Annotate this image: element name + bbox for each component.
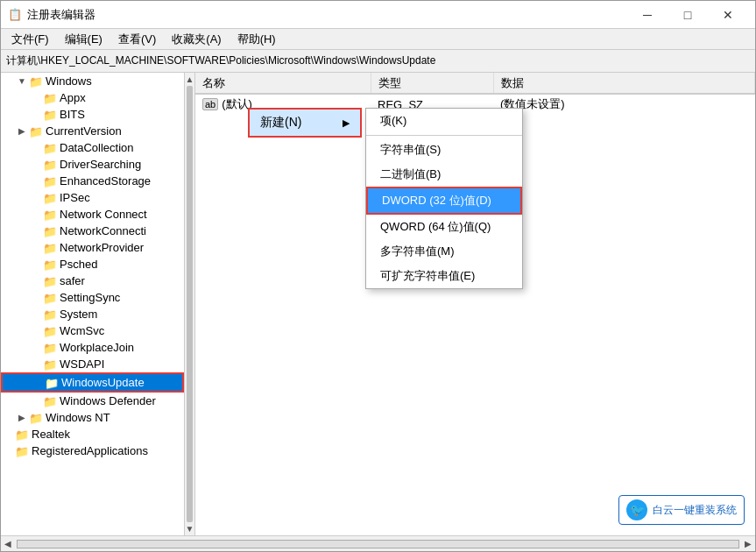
folder-icon xyxy=(43,342,57,354)
reg-name-icon: ab (默认) xyxy=(202,96,252,112)
folder-icon xyxy=(43,142,57,154)
registry-editor-window: 📋 注册表编辑器 ─ □ ✕ 文件(F) 编辑(E) 查看(V) 收藏夹(A) … xyxy=(0,0,756,552)
tree-item-windowsupdate[interactable]: WindowsUpdate xyxy=(1,372,184,393)
tree-label: WorkplaceJoin xyxy=(60,341,184,354)
tree-item-datacollection[interactable]: DataCollection xyxy=(1,139,184,156)
tree-item-bits[interactable]: BITS xyxy=(1,106,184,123)
tree-item-wcmsvc[interactable]: WcmSvc xyxy=(1,322,184,339)
tree-item-registeredapplications[interactable]: RegisteredApplications xyxy=(1,442,184,459)
tree-item-appx[interactable]: Appx xyxy=(1,89,184,106)
tree-item-system[interactable]: System xyxy=(1,306,184,322)
tree-item-networkconnecti[interactable]: NetworkConnecti xyxy=(1,223,184,239)
minimize-button[interactable]: ─ xyxy=(627,1,668,29)
scroll-up-icon[interactable]: ▲ xyxy=(185,74,194,84)
tree-item-safer[interactable]: safer xyxy=(1,272,184,289)
menu-help[interactable]: 帮助(H) xyxy=(230,30,283,49)
tree-arrow: ▶ xyxy=(15,126,29,136)
tree-label: WcmSvc xyxy=(60,324,184,337)
col-name: 名称 xyxy=(195,73,371,94)
tree-label: NetworkProvider xyxy=(60,241,184,254)
ctx-item-xiang[interactable]: 项(K) xyxy=(366,109,522,133)
folder-icon xyxy=(15,445,29,457)
tree-item-realtek[interactable]: Realtek xyxy=(1,426,184,442)
title-bar: 📋 注册表编辑器 ─ □ ✕ xyxy=(1,1,755,29)
tree-label: Windows NT xyxy=(46,411,184,424)
tree-label: Realtek xyxy=(32,428,184,441)
tree-label: Psched xyxy=(60,258,184,271)
tree-item-currentversion[interactable]: ▶ CurrentVersion xyxy=(1,123,184,139)
maximize-button[interactable]: □ xyxy=(668,1,708,29)
ctx-item-expandstring[interactable]: 可扩充字符串值(E) xyxy=(366,264,522,288)
new-menu-button[interactable]: 新建(N) ▶ xyxy=(248,108,362,138)
tree-item-windows[interactable]: ▼ Windows xyxy=(1,73,184,89)
tree-label: NetworkConnecti xyxy=(60,224,184,237)
tree-label: Appx xyxy=(60,91,184,104)
tree-label: RegisteredApplications xyxy=(32,444,184,457)
folder-icon xyxy=(43,358,57,371)
tree-label: Network Connect xyxy=(60,208,184,221)
tree-label: BITS xyxy=(60,108,184,121)
folder-icon xyxy=(43,258,57,271)
main-content: ▼ Windows Appx BITS xyxy=(1,73,755,535)
ctx-item-string[interactable]: 字符串值(S) xyxy=(366,138,522,162)
tree-item-driversearching[interactable]: DriverSearching xyxy=(1,156,184,173)
tree-item-ipsec[interactable]: IPSec xyxy=(1,189,184,206)
folder-icon xyxy=(43,308,57,321)
menu-favorites[interactable]: 收藏夹(A) xyxy=(165,30,228,49)
scroll-down-icon[interactable]: ▼ xyxy=(185,524,194,534)
horizontal-scrollbar[interactable]: ◀ ▶ xyxy=(1,535,755,551)
ctx-item-multistring[interactable]: 多字符串值(M) xyxy=(366,239,522,264)
tree-item-enhancedstorage[interactable]: EnhancedStorage xyxy=(1,173,184,189)
tree-item-psched[interactable]: Psched xyxy=(1,256,184,272)
tree-label: IPSec xyxy=(60,191,184,204)
tree-label: DriverSearching xyxy=(60,158,184,171)
context-menu-overlay: 新建(N) ▶ 项(K) 字符串值(S) 二进制值(B) DWORD (32 位… xyxy=(248,108,362,138)
menu-edit[interactable]: 编辑(E) xyxy=(58,30,110,49)
tree-panel[interactable]: ▼ Windows Appx BITS xyxy=(1,73,185,535)
tree-item-workplacejoin[interactable]: WorkplaceJoin xyxy=(1,339,184,356)
tree-item-networkprovider[interactable]: NetworkProvider xyxy=(1,239,184,256)
tree-label: EnhancedStorage xyxy=(60,174,184,188)
ctx-item-dword[interactable]: DWORD (32 位)值(D) xyxy=(366,187,522,215)
menu-view[interactable]: 查看(V) xyxy=(111,30,163,49)
folder-icon xyxy=(29,125,43,138)
tree-item-windowsnt[interactable]: ▶ Windows NT xyxy=(1,409,184,426)
address-bar: 计算机\HKEY_LOCAL_MACHINE\SOFTWARE\Policies… xyxy=(1,50,755,73)
tree-label: SettingSync xyxy=(60,291,184,304)
tree-label: DataCollection xyxy=(60,141,184,154)
folder-icon xyxy=(43,92,57,104)
tree-item-wsdapi[interactable]: WSDAPI xyxy=(1,356,184,372)
scroll-right-icon[interactable]: ▶ xyxy=(741,539,755,548)
folder-icon xyxy=(43,109,57,121)
folder-icon xyxy=(43,325,57,337)
ctx-item-qword[interactable]: QWORD (64 位)值(Q) xyxy=(366,215,522,239)
folder-icon xyxy=(43,209,57,221)
tree-item-windowsdefender[interactable]: Windows Defender xyxy=(1,393,184,409)
tree-scrollbar[interactable]: ▲ ▼ xyxy=(185,73,195,535)
tree-arrow: ▶ xyxy=(15,413,29,422)
folder-icon xyxy=(29,75,43,88)
ctx-separator xyxy=(366,135,522,136)
watermark: 🐦 白云一键重装系统 xyxy=(618,495,745,525)
tree-item-settingsync[interactable]: SettingSync xyxy=(1,289,184,306)
folder-icon xyxy=(43,159,57,171)
window-title: 注册表编辑器 xyxy=(27,7,627,23)
window-icon: 📋 xyxy=(8,8,22,22)
folder-icon xyxy=(43,275,57,287)
right-panel: 名称 类型 数据 ab (默认) REG_SZ xyxy=(195,73,755,535)
tree-label: Windows xyxy=(46,74,184,88)
tree-label: safer xyxy=(60,274,184,287)
folder-icon xyxy=(43,175,57,188)
scroll-left-icon[interactable]: ◀ xyxy=(1,539,15,548)
address-text: 计算机\HKEY_LOCAL_MACHINE\SOFTWARE\Policies… xyxy=(6,53,435,68)
close-button[interactable]: ✕ xyxy=(708,1,748,29)
menu-file[interactable]: 文件(F) xyxy=(4,30,56,49)
tree-label: CurrentVersion xyxy=(46,124,184,138)
col-data: 数据 xyxy=(493,73,755,94)
folder-icon xyxy=(43,242,57,254)
submenu-arrow-icon: ▶ xyxy=(343,117,350,129)
folder-icon xyxy=(29,412,43,424)
tree-item-networkconnect[interactable]: Network Connect xyxy=(1,206,184,223)
folder-icon xyxy=(45,377,59,389)
ctx-item-binary[interactable]: 二进制值(B) xyxy=(366,162,522,187)
